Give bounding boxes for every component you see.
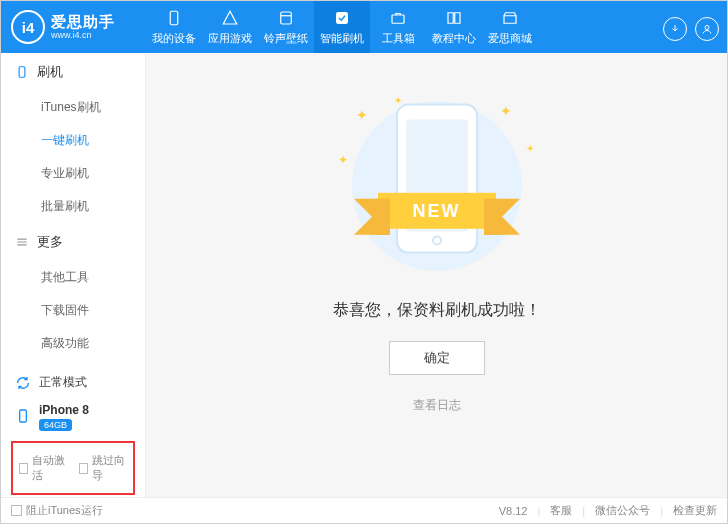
nav-ringtones[interactable]: 铃声壁纸 — [258, 1, 314, 53]
svg-rect-0 — [170, 11, 178, 25]
block-itunes-checkbox[interactable]: 阻止iTunes运行 — [11, 503, 103, 518]
section-title: 刷机 — [37, 63, 63, 81]
nav-label: 铃声壁纸 — [264, 31, 308, 46]
cb-label: 跳过向导 — [92, 453, 127, 483]
menu-icon[interactable]: ☰ — [654, 0, 664, 1]
nav-flash[interactable]: 智能刷机 — [314, 1, 370, 53]
highlighted-options: 自动激活 跳过向导 — [11, 441, 135, 495]
storage-badge: 64GB — [39, 419, 72, 431]
nav-label: 智能刷机 — [320, 31, 364, 46]
nav-label: 我的设备 — [152, 31, 196, 46]
nav-my-device[interactable]: 我的设备 — [146, 1, 202, 53]
device-name: iPhone 8 — [39, 403, 89, 417]
svg-point-4 — [705, 25, 709, 29]
section-title: 更多 — [37, 233, 63, 251]
view-log-link[interactable]: 查看日志 — [413, 397, 461, 414]
skip-guide-checkbox[interactable]: 跳过向导 — [79, 453, 127, 483]
maximize-button[interactable]: ☐ — [696, 0, 706, 1]
ok-button[interactable]: 确定 — [389, 341, 485, 375]
theme-icon[interactable]: 👕 — [668, 0, 682, 1]
close-button[interactable]: ✕ — [710, 0, 719, 1]
phone-icon — [15, 65, 29, 79]
nav-label: 教程中心 — [432, 31, 476, 46]
toolbox-icon — [389, 9, 407, 27]
svg-rect-5 — [19, 67, 25, 78]
refresh-icon — [15, 375, 31, 391]
tutorial-icon — [445, 9, 463, 27]
svg-rect-6 — [20, 410, 27, 422]
menu-itunes-flash[interactable]: iTunes刷机 — [1, 91, 145, 124]
apps-icon — [221, 9, 239, 27]
window-controls: ☰ 👕 – ☐ ✕ — [654, 0, 719, 1]
flash-icon — [333, 9, 351, 27]
nav-label: 应用游戏 — [208, 31, 252, 46]
cb-label: 阻止iTunes运行 — [26, 503, 103, 518]
menu-other-tools[interactable]: 其他工具 — [1, 261, 145, 294]
menu-download-firmware[interactable]: 下载固件 — [1, 294, 145, 327]
nav-tutorial[interactable]: 教程中心 — [426, 1, 482, 53]
success-illustration: ✦✦✦✦✦ NEW — [332, 93, 542, 278]
app-name: 爱思助手 — [51, 14, 115, 29]
top-nav: 我的设备 应用游戏 铃声壁纸 智能刷机 工具箱 教程中心 — [146, 1, 538, 53]
device-icon — [165, 9, 183, 27]
menu-batch-flash[interactable]: 批量刷机 — [1, 190, 145, 223]
mode-label: 正常模式 — [39, 374, 87, 391]
nav-label: 工具箱 — [382, 31, 415, 46]
mode-normal[interactable]: 正常模式 — [11, 368, 135, 397]
minimize-button[interactable]: – — [686, 0, 692, 1]
version-label: V8.12 — [499, 505, 528, 517]
list-icon — [15, 235, 29, 249]
check-update-link[interactable]: 检查更新 — [673, 503, 717, 518]
nav-label: 爱思商城 — [488, 31, 532, 46]
svg-rect-1 — [281, 12, 292, 24]
nav-tools[interactable]: 工具箱 — [370, 1, 426, 53]
svg-rect-3 — [392, 15, 404, 23]
new-ribbon: NEW — [378, 193, 496, 229]
main-content: ✦✦✦✦✦ NEW 恭喜您，保资料刷机成功啦！ 确定 查看日志 — [146, 53, 727, 497]
store-icon — [501, 9, 519, 27]
cb-label: 自动激活 — [32, 453, 67, 483]
section-more[interactable]: 更多 — [1, 223, 145, 261]
menu-onekey-flash[interactable]: 一键刷机 — [1, 124, 145, 157]
device-row[interactable]: iPhone 8 64GB — [11, 397, 135, 437]
nav-apps[interactable]: 应用游戏 — [202, 1, 258, 53]
device-icon — [15, 408, 31, 427]
sidebar: 刷机 iTunes刷机 一键刷机 专业刷机 批量刷机 更多 其他工具 下载固件 … — [1, 53, 146, 497]
success-message: 恭喜您，保资料刷机成功啦！ — [333, 300, 541, 321]
user-button[interactable] — [695, 17, 719, 41]
section-flash[interactable]: 刷机 — [1, 53, 145, 91]
logo-badge-icon: i4 — [11, 10, 45, 44]
auto-activate-checkbox[interactable]: 自动激活 — [19, 453, 67, 483]
nav-store[interactable]: 爱思商城 — [482, 1, 538, 53]
svg-rect-2 — [336, 12, 348, 24]
download-button[interactable] — [663, 17, 687, 41]
menu-advanced[interactable]: 高级功能 — [1, 327, 145, 360]
app-header: i4 爱思助手 www.i4.cn 我的设备 应用游戏 铃声壁纸 智能刷机 — [1, 1, 727, 53]
logo: i4 爱思助手 www.i4.cn — [1, 1, 146, 53]
menu-pro-flash[interactable]: 专业刷机 — [1, 157, 145, 190]
support-link[interactable]: 客服 — [550, 503, 572, 518]
app-site: www.i4.cn — [51, 31, 115, 40]
status-bar: 阻止iTunes运行 V8.12 | 客服 | 微信公众号 | 检查更新 — [1, 497, 727, 523]
music-icon — [277, 9, 295, 27]
wechat-link[interactable]: 微信公众号 — [595, 503, 650, 518]
